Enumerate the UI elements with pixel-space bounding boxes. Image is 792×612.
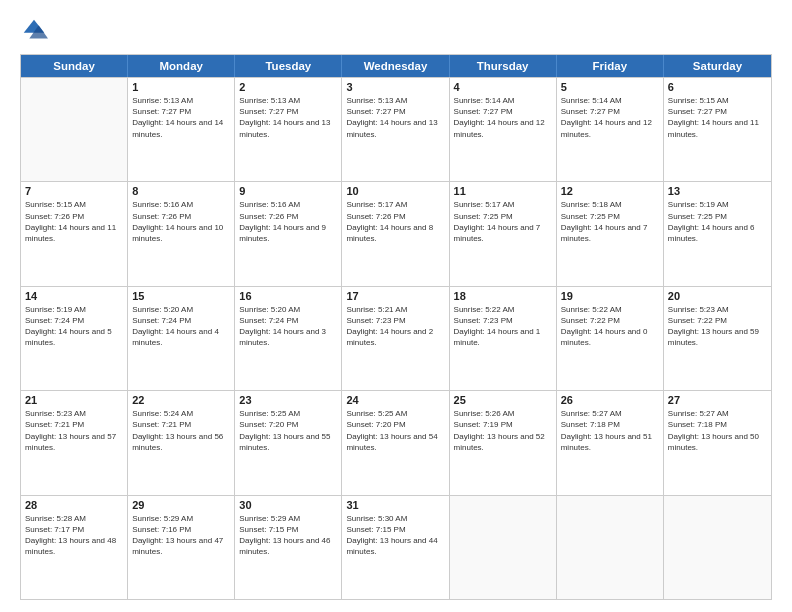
cell-info: Sunrise: 5:17 AMSunset: 7:25 PMDaylight:…: [454, 199, 552, 244]
table-row: 13Sunrise: 5:19 AMSunset: 7:25 PMDayligh…: [664, 182, 771, 285]
cell-day-number: 25: [454, 394, 552, 406]
cell-info: Sunrise: 5:13 AMSunset: 7:27 PMDaylight:…: [239, 95, 337, 140]
cell-info: Sunrise: 5:13 AMSunset: 7:27 PMDaylight:…: [132, 95, 230, 140]
header-day-saturday: Saturday: [664, 55, 771, 77]
table-row: 8Sunrise: 5:16 AMSunset: 7:26 PMDaylight…: [128, 182, 235, 285]
cell-day-number: 12: [561, 185, 659, 197]
logo-icon: [20, 16, 48, 44]
cell-day-number: 4: [454, 81, 552, 93]
cell-info: Sunrise: 5:28 AMSunset: 7:17 PMDaylight:…: [25, 513, 123, 558]
cell-info: Sunrise: 5:20 AMSunset: 7:24 PMDaylight:…: [132, 304, 230, 349]
cell-info: Sunrise: 5:16 AMSunset: 7:26 PMDaylight:…: [132, 199, 230, 244]
table-row: 30Sunrise: 5:29 AMSunset: 7:15 PMDayligh…: [235, 496, 342, 599]
table-row: 24Sunrise: 5:25 AMSunset: 7:20 PMDayligh…: [342, 391, 449, 494]
cell-day-number: 15: [132, 290, 230, 302]
logo: [20, 16, 52, 44]
cell-day-number: 5: [561, 81, 659, 93]
table-row: 25Sunrise: 5:26 AMSunset: 7:19 PMDayligh…: [450, 391, 557, 494]
cell-day-number: 19: [561, 290, 659, 302]
cell-info: Sunrise: 5:18 AMSunset: 7:25 PMDaylight:…: [561, 199, 659, 244]
table-row: 18Sunrise: 5:22 AMSunset: 7:23 PMDayligh…: [450, 287, 557, 390]
table-row: [21, 78, 128, 181]
cell-day-number: 11: [454, 185, 552, 197]
cell-info: Sunrise: 5:27 AMSunset: 7:18 PMDaylight:…: [668, 408, 767, 453]
table-row: 21Sunrise: 5:23 AMSunset: 7:21 PMDayligh…: [21, 391, 128, 494]
table-row: 16Sunrise: 5:20 AMSunset: 7:24 PMDayligh…: [235, 287, 342, 390]
cell-info: Sunrise: 5:23 AMSunset: 7:22 PMDaylight:…: [668, 304, 767, 349]
table-row: 1Sunrise: 5:13 AMSunset: 7:27 PMDaylight…: [128, 78, 235, 181]
table-row: 17Sunrise: 5:21 AMSunset: 7:23 PMDayligh…: [342, 287, 449, 390]
table-row: 29Sunrise: 5:29 AMSunset: 7:16 PMDayligh…: [128, 496, 235, 599]
calendar-week-4: 21Sunrise: 5:23 AMSunset: 7:21 PMDayligh…: [21, 390, 771, 494]
calendar-week-3: 14Sunrise: 5:19 AMSunset: 7:24 PMDayligh…: [21, 286, 771, 390]
table-row: 26Sunrise: 5:27 AMSunset: 7:18 PMDayligh…: [557, 391, 664, 494]
table-row: [557, 496, 664, 599]
header: [20, 16, 772, 44]
cell-day-number: 2: [239, 81, 337, 93]
cell-info: Sunrise: 5:24 AMSunset: 7:21 PMDaylight:…: [132, 408, 230, 453]
cell-info: Sunrise: 5:22 AMSunset: 7:23 PMDaylight:…: [454, 304, 552, 349]
table-row: 4Sunrise: 5:14 AMSunset: 7:27 PMDaylight…: [450, 78, 557, 181]
calendar-week-5: 28Sunrise: 5:28 AMSunset: 7:17 PMDayligh…: [21, 495, 771, 599]
cell-day-number: 23: [239, 394, 337, 406]
cell-day-number: 7: [25, 185, 123, 197]
table-row: 14Sunrise: 5:19 AMSunset: 7:24 PMDayligh…: [21, 287, 128, 390]
cell-day-number: 22: [132, 394, 230, 406]
header-day-friday: Friday: [557, 55, 664, 77]
cell-info: Sunrise: 5:19 AMSunset: 7:25 PMDaylight:…: [668, 199, 767, 244]
calendar: SundayMondayTuesdayWednesdayThursdayFrid…: [20, 54, 772, 600]
cell-info: Sunrise: 5:14 AMSunset: 7:27 PMDaylight:…: [561, 95, 659, 140]
header-day-monday: Monday: [128, 55, 235, 77]
calendar-header: SundayMondayTuesdayWednesdayThursdayFrid…: [21, 55, 771, 77]
cell-info: Sunrise: 5:15 AMSunset: 7:26 PMDaylight:…: [25, 199, 123, 244]
cell-day-number: 1: [132, 81, 230, 93]
header-day-thursday: Thursday: [450, 55, 557, 77]
header-day-sunday: Sunday: [21, 55, 128, 77]
cell-info: Sunrise: 5:29 AMSunset: 7:16 PMDaylight:…: [132, 513, 230, 558]
cell-info: Sunrise: 5:29 AMSunset: 7:15 PMDaylight:…: [239, 513, 337, 558]
cell-day-number: 10: [346, 185, 444, 197]
cell-day-number: 24: [346, 394, 444, 406]
cell-info: Sunrise: 5:26 AMSunset: 7:19 PMDaylight:…: [454, 408, 552, 453]
cell-day-number: 18: [454, 290, 552, 302]
table-row: 6Sunrise: 5:15 AMSunset: 7:27 PMDaylight…: [664, 78, 771, 181]
table-row: 22Sunrise: 5:24 AMSunset: 7:21 PMDayligh…: [128, 391, 235, 494]
calendar-body: 1Sunrise: 5:13 AMSunset: 7:27 PMDaylight…: [21, 77, 771, 599]
page: SundayMondayTuesdayWednesdayThursdayFrid…: [0, 0, 792, 612]
cell-info: Sunrise: 5:25 AMSunset: 7:20 PMDaylight:…: [239, 408, 337, 453]
table-row: 15Sunrise: 5:20 AMSunset: 7:24 PMDayligh…: [128, 287, 235, 390]
table-row: 23Sunrise: 5:25 AMSunset: 7:20 PMDayligh…: [235, 391, 342, 494]
table-row: 3Sunrise: 5:13 AMSunset: 7:27 PMDaylight…: [342, 78, 449, 181]
cell-day-number: 29: [132, 499, 230, 511]
header-day-wednesday: Wednesday: [342, 55, 449, 77]
table-row: 11Sunrise: 5:17 AMSunset: 7:25 PMDayligh…: [450, 182, 557, 285]
table-row: [450, 496, 557, 599]
cell-day-number: 13: [668, 185, 767, 197]
cell-info: Sunrise: 5:27 AMSunset: 7:18 PMDaylight:…: [561, 408, 659, 453]
cell-info: Sunrise: 5:22 AMSunset: 7:22 PMDaylight:…: [561, 304, 659, 349]
cell-info: Sunrise: 5:13 AMSunset: 7:27 PMDaylight:…: [346, 95, 444, 140]
table-row: 31Sunrise: 5:30 AMSunset: 7:15 PMDayligh…: [342, 496, 449, 599]
cell-info: Sunrise: 5:25 AMSunset: 7:20 PMDaylight:…: [346, 408, 444, 453]
cell-day-number: 30: [239, 499, 337, 511]
cell-day-number: 28: [25, 499, 123, 511]
table-row: 19Sunrise: 5:22 AMSunset: 7:22 PMDayligh…: [557, 287, 664, 390]
cell-day-number: 3: [346, 81, 444, 93]
table-row: 9Sunrise: 5:16 AMSunset: 7:26 PMDaylight…: [235, 182, 342, 285]
cell-day-number: 17: [346, 290, 444, 302]
table-row: 5Sunrise: 5:14 AMSunset: 7:27 PMDaylight…: [557, 78, 664, 181]
calendar-week-2: 7Sunrise: 5:15 AMSunset: 7:26 PMDaylight…: [21, 181, 771, 285]
cell-day-number: 21: [25, 394, 123, 406]
cell-day-number: 20: [668, 290, 767, 302]
calendar-week-1: 1Sunrise: 5:13 AMSunset: 7:27 PMDaylight…: [21, 77, 771, 181]
cell-info: Sunrise: 5:17 AMSunset: 7:26 PMDaylight:…: [346, 199, 444, 244]
table-row: 2Sunrise: 5:13 AMSunset: 7:27 PMDaylight…: [235, 78, 342, 181]
cell-info: Sunrise: 5:30 AMSunset: 7:15 PMDaylight:…: [346, 513, 444, 558]
table-row: 7Sunrise: 5:15 AMSunset: 7:26 PMDaylight…: [21, 182, 128, 285]
table-row: 20Sunrise: 5:23 AMSunset: 7:22 PMDayligh…: [664, 287, 771, 390]
cell-info: Sunrise: 5:20 AMSunset: 7:24 PMDaylight:…: [239, 304, 337, 349]
cell-info: Sunrise: 5:16 AMSunset: 7:26 PMDaylight:…: [239, 199, 337, 244]
cell-day-number: 6: [668, 81, 767, 93]
table-row: 12Sunrise: 5:18 AMSunset: 7:25 PMDayligh…: [557, 182, 664, 285]
cell-day-number: 16: [239, 290, 337, 302]
